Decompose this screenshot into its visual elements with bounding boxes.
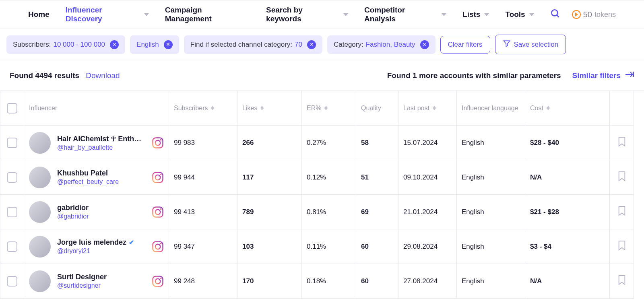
clear-filters-button[interactable]: Clear filters bbox=[440, 36, 490, 54]
chip-value: 10 000 - 100 000 bbox=[53, 41, 105, 49]
nav-competitor-analysis[interactable]: Competitor Analysis bbox=[364, 6, 446, 23]
last-post-cell: 15.07.2024 bbox=[398, 126, 457, 160]
nav-tools[interactable]: Tools bbox=[505, 10, 534, 19]
influencer-handle[interactable]: @dryoryi21 bbox=[57, 247, 134, 255]
cost-cell: N/A bbox=[525, 160, 610, 195]
likes-cell: 266 bbox=[237, 126, 302, 160]
quality-cell: 51 bbox=[356, 160, 398, 195]
chevron-down-icon bbox=[442, 13, 446, 16]
influencer-cell[interactable]: Hair AlChemist ☥ Enth…@hair_by_paullette bbox=[24, 126, 169, 160]
instagram-icon bbox=[152, 171, 164, 183]
nav-label: Tools bbox=[505, 10, 525, 19]
col-er[interactable]: ER% bbox=[302, 91, 356, 126]
search-icon[interactable] bbox=[550, 8, 561, 21]
nav-lists[interactable]: Lists bbox=[462, 10, 489, 19]
subscribers-cell: 99 248 bbox=[169, 264, 237, 299]
close-icon[interactable]: ✕ bbox=[110, 40, 119, 49]
top-nav: Home Influencer Discovery Campaign Manag… bbox=[0, 0, 644, 29]
nav-home[interactable]: Home bbox=[28, 10, 50, 19]
save-selection-button[interactable]: Save selection bbox=[495, 35, 566, 54]
last-post-cell: 27.08.2024 bbox=[398, 264, 457, 299]
nav-label: Competitor Analysis bbox=[364, 6, 438, 23]
col-likes[interactable]: Likes bbox=[237, 91, 302, 126]
likes-cell: 789 bbox=[237, 195, 302, 229]
er-cell: 0.11% bbox=[302, 229, 356, 264]
svg-point-17 bbox=[155, 278, 161, 284]
row-checkbox-cell bbox=[0, 264, 24, 299]
cost-cell: $3 - $4 bbox=[525, 229, 610, 264]
filter-chip-language[interactable]: English ✕ bbox=[130, 35, 179, 54]
col-quality[interactable]: Quality bbox=[356, 91, 398, 126]
filter-chip-category[interactable]: Category: Fashion, Beauty ✕ bbox=[327, 35, 436, 54]
bookmark-icon[interactable] bbox=[617, 206, 626, 218]
col-cost[interactable]: Cost bbox=[525, 91, 610, 126]
select-all-checkbox[interactable] bbox=[7, 103, 17, 113]
row-checkbox[interactable] bbox=[7, 172, 17, 183]
results-table: Influencer Subscribers Likes ER% Quality… bbox=[0, 91, 644, 299]
bookmark-icon[interactable] bbox=[617, 275, 626, 287]
nav-influencer-discovery[interactable]: Influencer Discovery bbox=[66, 6, 149, 23]
row-checkbox[interactable] bbox=[7, 276, 17, 287]
svg-point-11 bbox=[155, 209, 161, 214]
cost-cell: $21 - $28 bbox=[525, 195, 610, 229]
nav-label: Lists bbox=[462, 10, 480, 19]
row-checkbox[interactable] bbox=[7, 138, 17, 148]
influencer-handle[interactable]: @surtidesigner bbox=[57, 282, 107, 289]
bookmark-icon[interactable] bbox=[617, 171, 626, 183]
close-icon[interactable]: ✕ bbox=[164, 40, 173, 49]
influencer-handle[interactable]: @gabridior bbox=[57, 213, 89, 220]
avatar bbox=[29, 270, 51, 292]
col-language[interactable]: Influencer language bbox=[457, 91, 525, 126]
subscribers-cell: 99 347 bbox=[169, 229, 237, 264]
chevron-down-icon bbox=[144, 13, 149, 16]
nav-search-keywords[interactable]: Search by keywords bbox=[266, 6, 348, 23]
bookmark-cell bbox=[610, 126, 634, 160]
influencer-handle[interactable]: @perfect_beuty_care bbox=[57, 178, 119, 186]
language-cell: English bbox=[457, 195, 525, 229]
col-subscribers[interactable]: Subscribers bbox=[169, 91, 237, 126]
filter-chip-channel-category[interactable]: Find if selected channel category: 70 ✕ bbox=[184, 35, 322, 54]
svg-point-6 bbox=[160, 139, 162, 140]
influencer-text: gabridior@gabridior bbox=[57, 204, 89, 220]
tokens-badge[interactable]: 50 tokens bbox=[572, 10, 616, 19]
chevron-down-icon bbox=[529, 13, 534, 16]
quality-cell: 58 bbox=[356, 126, 398, 160]
similar-filters-link[interactable]: Similar filters bbox=[572, 71, 634, 80]
influencer-handle[interactable]: @hair_by_paullette bbox=[57, 144, 141, 151]
filter-chip-subscribers[interactable]: Subscribers: 10 000 - 100 000 ✕ bbox=[6, 35, 125, 54]
close-icon[interactable]: ✕ bbox=[420, 40, 429, 49]
download-link[interactable]: Download bbox=[86, 71, 120, 80]
svg-point-9 bbox=[160, 173, 162, 175]
bookmark-icon[interactable] bbox=[617, 240, 626, 253]
col-influencer[interactable]: Influencer bbox=[24, 91, 169, 126]
cost-cell: N/A bbox=[525, 264, 610, 299]
influencer-cell[interactable]: Khushbu Patel@perfect_beuty_care bbox=[24, 160, 169, 195]
col-last-post[interactable]: Last post bbox=[398, 91, 457, 126]
nav-campaign-management[interactable]: Campaign Management bbox=[165, 6, 250, 23]
subscribers-cell: 99 983 bbox=[169, 126, 237, 160]
bookmark-cell bbox=[610, 195, 634, 229]
chip-value: Fashion, Beauty bbox=[366, 41, 415, 49]
last-post-cell: 09.10.2024 bbox=[398, 160, 457, 195]
influencer-cell[interactable]: Jorge luis melendez✔@dryoryi21 bbox=[24, 229, 169, 264]
language-cell: English bbox=[457, 160, 525, 195]
er-cell: 0.81% bbox=[302, 195, 356, 229]
svg-point-5 bbox=[155, 140, 161, 145]
instagram-icon bbox=[152, 241, 164, 253]
last-post-cell: 29.08.2024 bbox=[398, 229, 457, 264]
svg-point-14 bbox=[155, 244, 161, 249]
close-icon[interactable]: ✕ bbox=[307, 40, 316, 49]
bookmark-cell bbox=[610, 264, 634, 299]
row-checkbox[interactable] bbox=[7, 207, 17, 217]
influencer-cell[interactable]: Surti Designer@surtidesigner bbox=[24, 264, 169, 299]
row-checkbox[interactable] bbox=[7, 241, 17, 252]
row-checkbox-cell bbox=[0, 195, 24, 229]
link-label: Similar filters bbox=[572, 71, 621, 80]
influencer-text: Hair AlChemist ☥ Enth…@hair_by_paullette bbox=[57, 134, 141, 151]
influencer-cell[interactable]: gabridior@gabridior bbox=[24, 195, 169, 229]
button-label: Save selection bbox=[514, 41, 559, 49]
results-meta: Found 4494 results Download Found 1 more… bbox=[0, 60, 644, 91]
sort-icon bbox=[211, 106, 214, 110]
bookmark-icon[interactable] bbox=[617, 136, 626, 149]
similar-accounts-text: Found 1 more accounts with similar param… bbox=[387, 71, 561, 80]
